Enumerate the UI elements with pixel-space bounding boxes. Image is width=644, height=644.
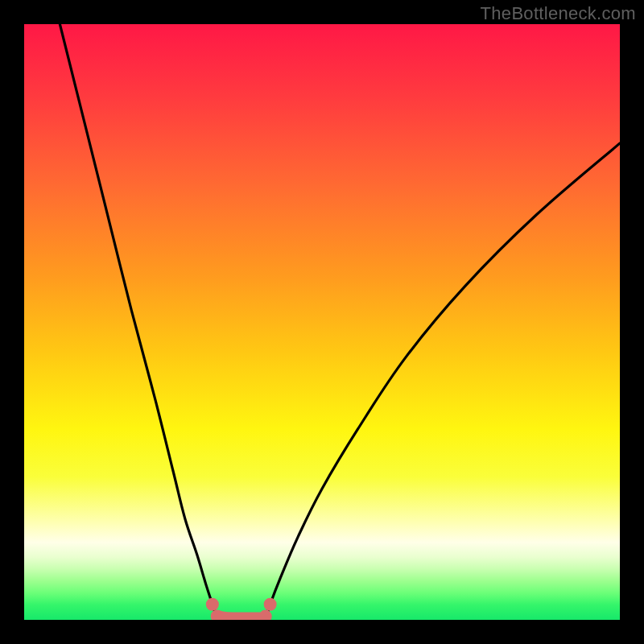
plot-area bbox=[24, 24, 620, 620]
frame: TheBottleneck.com bbox=[0, 0, 644, 644]
valley-accent bbox=[24, 24, 620, 620]
accent-band bbox=[217, 617, 266, 619]
watermark-text: TheBottleneck.com bbox=[481, 3, 636, 24]
accent-dot-left bbox=[206, 598, 219, 611]
accent-dot-right bbox=[264, 598, 277, 611]
